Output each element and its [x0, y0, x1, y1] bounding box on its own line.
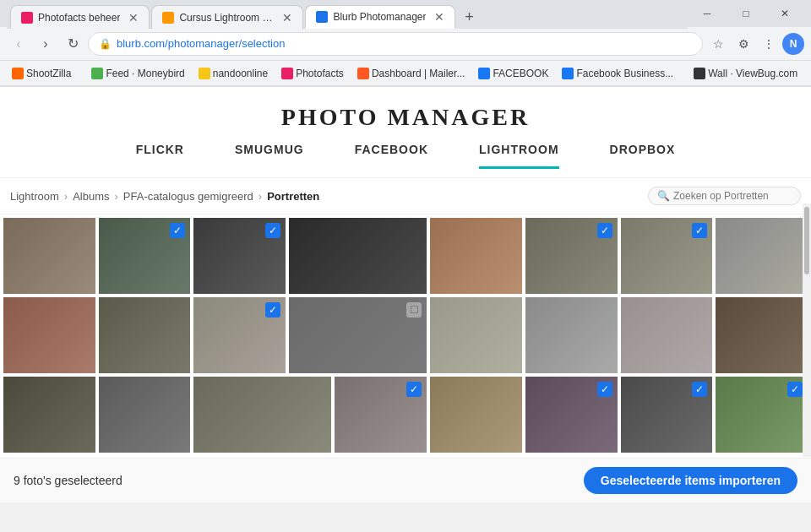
star-button[interactable]: ☆ [706, 32, 730, 56]
bookmark-favicon [91, 68, 103, 79]
photo-row-2: ✓ ☐ [3, 297, 808, 373]
tab-smugmug[interactable]: SMUGMUG [235, 143, 304, 169]
bookmark-label: Feed · Moneybird [106, 68, 184, 79]
breadcrumb-sep-2: › [115, 190, 118, 203]
photo-item[interactable] [430, 377, 522, 453]
tab-lightroom[interactable]: Cursus Lightroom Classic Modul... ✕ [151, 5, 303, 29]
tab-close-blurb[interactable]: ✕ [434, 10, 444, 24]
photo-item[interactable]: ☐ [289, 297, 427, 373]
bookmarks-bar: ShootZilla Feed · Moneybird nandoonline … [0, 61, 811, 86]
search-icon: 🔍 [657, 190, 670, 202]
bookmark-nando[interactable]: nandoonline [193, 66, 273, 81]
photo-checkbox[interactable]: ☐ [406, 302, 422, 318]
bookmark-wall[interactable]: Wall · ViewBug.com [689, 66, 803, 81]
close-button[interactable]: ✕ [765, 0, 804, 27]
tab-favicon-photofacts [21, 12, 33, 24]
photo-checkbox[interactable]: ✓ [170, 223, 185, 238]
photo-checkbox[interactable]: ✓ [597, 223, 612, 238]
extensions-button[interactable]: ⚙ [732, 32, 755, 56]
photo-checkbox[interactable]: ✓ [692, 223, 707, 238]
bookmark-photofacts[interactable]: Photofacts [276, 66, 349, 81]
photo-item[interactable] [3, 218, 95, 294]
tab-flickr[interactable]: FLICKR [136, 143, 184, 169]
photo-checkbox[interactable]: ✓ [265, 302, 280, 318]
photo-item[interactable]: ✓ [716, 377, 808, 453]
photo-item[interactable] [525, 297, 618, 373]
address-bar[interactable]: 🔒 blurb.com/photomanager/selection [88, 32, 703, 56]
photo-item[interactable] [621, 297, 713, 373]
photo-item[interactable] [716, 297, 808, 373]
forward-button[interactable]: › [34, 32, 57, 56]
tab-blurb[interactable]: Blurb Photomanager ✕ [305, 5, 455, 29]
scrollbar-thumb[interactable] [804, 207, 809, 274]
back-button[interactable]: ‹ [7, 32, 30, 56]
bookmark-favicon [12, 68, 24, 79]
photo-item[interactable] [3, 297, 95, 373]
photo-checkbox[interactable]: ✓ [787, 382, 803, 397]
tab-close-lightroom[interactable]: ✕ [282, 11, 292, 24]
breadcrumb-albums[interactable]: Albums [73, 190, 109, 203]
bookmark-feed[interactable]: Feed · Moneybird [86, 66, 189, 81]
import-button[interactable]: Geselecteerde items importeren [584, 467, 797, 494]
maximize-button[interactable]: □ [727, 0, 765, 27]
breadcrumb-search[interactable]: 🔍 [648, 187, 801, 205]
tab-title-lightroom: Cursus Lightroom Classic Modul... [179, 12, 274, 24]
bookmark-shootzilla[interactable]: ShootZilla [7, 66, 76, 81]
photo-item[interactable]: ✓ [193, 218, 286, 294]
photo-item[interactable] [193, 377, 331, 453]
bookmark-label: Facebook Business... [576, 68, 673, 79]
photo-item[interactable] [430, 218, 522, 294]
photo-item[interactable]: ✓ [621, 218, 713, 294]
bookmark-favicon [478, 68, 490, 79]
nav-tabs: ☰ FLICKR SMUGMUG FACEBOOK LIGHTROOM DROP… [0, 131, 811, 169]
bookmark-flickr[interactable]: •• Flickr! [806, 66, 811, 81]
tab-facebook[interactable]: FACEBOOK [355, 143, 428, 169]
minimize-button[interactable]: ─ [688, 0, 727, 27]
bookmark-favicon [357, 68, 369, 79]
photo-item[interactable] [716, 218, 808, 294]
avatar[interactable]: N [782, 33, 804, 55]
scrollbar[interactable] [803, 204, 811, 457]
photo-checkbox[interactable]: ✓ [406, 382, 422, 397]
photo-item[interactable]: ✓ [525, 377, 618, 453]
bookmark-favicon [694, 68, 705, 79]
tab-lightroom[interactable]: LIGHTROOM [479, 143, 559, 169]
photo-item[interactable]: ✓ [99, 218, 191, 294]
search-input[interactable] [673, 190, 792, 202]
bookmark-label: ShootZilla [26, 68, 71, 79]
bookmark-label: Dashboard | Mailer... [372, 68, 465, 79]
photo-item[interactable]: ✓ [525, 218, 618, 294]
new-tab-button[interactable]: + [457, 5, 481, 29]
selected-count: 9 foto's geselecteerd [14, 474, 122, 487]
photo-checkbox[interactable]: ✓ [265, 223, 280, 238]
tab-photofacts[interactable]: Photofacts beheer ✕ [10, 5, 150, 29]
bookmark-facebook[interactable]: FACEBOOK [473, 66, 553, 81]
photo-item[interactable] [430, 297, 522, 373]
reload-button[interactable]: ↻ [61, 32, 84, 56]
page-content: PHOTO MANAGER ☰ FLICKR SMUGMUG FACEBOOK … [0, 87, 811, 502]
photo-checkbox[interactable]: ✓ [597, 382, 612, 397]
photo-checkbox[interactable]: ✓ [692, 382, 707, 397]
menu-button[interactable]: ⋮ [757, 32, 781, 56]
bookmark-fbusiness[interactable]: Facebook Business... [557, 66, 678, 81]
photo-item[interactable]: ✓ [193, 297, 286, 373]
tab-favicon-blurb [316, 11, 328, 23]
page-header: PHOTO MANAGER ☰ FLICKR SMUGMUG FACEBOOK … [0, 87, 811, 178]
photo-item[interactable] [99, 377, 191, 453]
tab-close-photofacts[interactable]: ✕ [128, 11, 139, 24]
bookmark-label: Wall · ViewBug.com [708, 68, 797, 79]
photo-item[interactable] [3, 377, 95, 453]
photo-item[interactable] [289, 218, 427, 294]
photo-item[interactable] [99, 297, 191, 373]
breadcrumb-current: Portretten [267, 190, 319, 203]
photo-item[interactable]: ✓ [335, 377, 427, 453]
tab-dropbox[interactable]: DROPBOX [610, 143, 676, 169]
bookmark-favicon [199, 68, 210, 79]
breadcrumb-lightroom[interactable]: Lightroom [10, 190, 59, 203]
bookmark-dashboard[interactable]: Dashboard | Mailer... [352, 66, 471, 81]
breadcrumb-pfa[interactable]: PFA-catalogus gemigreerd [123, 190, 253, 203]
page-title: PHOTO MANAGER [0, 104, 811, 131]
browser-chrome: Photofacts beheer ✕ Cursus Lightroom Cla… [0, 0, 811, 87]
photo-item[interactable]: ✓ [621, 377, 713, 453]
tab-title-blurb: Blurb Photomanager [333, 11, 426, 23]
